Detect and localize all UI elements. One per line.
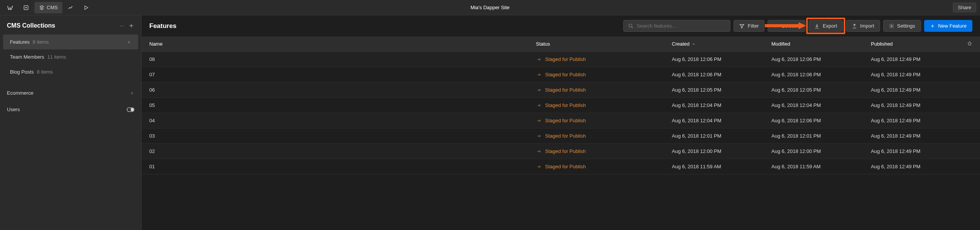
table-row[interactable]: 01Staged for PublishAug 6, 2018 11:59 AM… [142, 159, 980, 174]
cell-published: Aug 6, 2018 12:49 PM [871, 133, 972, 139]
search-input[interactable] [637, 23, 725, 29]
plus-icon [930, 23, 935, 29]
cell-created: Aug 6, 2018 12:00 PM [672, 148, 771, 154]
content-header: Features Filter Select... Export [142, 15, 980, 36]
select-button[interactable]: Select... [768, 20, 805, 32]
logo-icon[interactable] [4, 2, 18, 13]
arrow-right-icon [536, 134, 542, 138]
table-row[interactable]: 08Staged for PublishAug 6, 2018 12:06 PM… [142, 52, 980, 67]
import-icon [852, 23, 857, 29]
collection-count: 8 items [33, 39, 49, 45]
topbar-left: CMS [4, 2, 93, 13]
stack-icon [39, 5, 44, 10]
collection-count: 11 items [47, 54, 66, 60]
arrow-right-icon [536, 88, 542, 92]
cell-name: 01 [149, 164, 536, 169]
sidebar-section-users[interactable]: Users [0, 101, 141, 118]
collection-item[interactable]: Blog Posts8 items [3, 64, 138, 79]
cell-status: Staged for Publish [536, 72, 672, 77]
sort-desc-icon [692, 42, 696, 46]
sidebar-section-ecommerce[interactable]: Ecommerce [0, 85, 141, 101]
cell-modified: Aug 6, 2018 12:06 PM [771, 118, 871, 123]
cell-name: 05 [149, 102, 536, 108]
table-row[interactable]: 07Staged for PublishAug 6, 2018 12:06 PM… [142, 67, 980, 82]
collection-name: Features [10, 39, 29, 45]
collection-item[interactable]: Team Members11 items [3, 49, 138, 64]
col-created[interactable]: Created [672, 41, 771, 47]
cell-name: 08 [149, 56, 536, 62]
col-name[interactable]: Name [149, 41, 536, 47]
sidebar-header: CMS Collections ··· [0, 15, 141, 34]
add-collection-icon[interactable] [128, 23, 134, 29]
section-label: Ecommerce [7, 90, 33, 96]
cell-modified: Aug 6, 2018 11:59 AM [771, 164, 871, 169]
cell-modified: Aug 6, 2018 12:04 PM [771, 102, 871, 108]
cell-published: Aug 6, 2018 12:49 PM [871, 148, 972, 154]
sidebar-title: CMS Collections [7, 22, 55, 29]
more-icon[interactable]: ··· [119, 23, 124, 29]
cell-name: 06 [149, 87, 536, 93]
collection-name: Team Members [10, 54, 44, 60]
import-button[interactable]: Import [846, 20, 880, 32]
main: CMS Collections ··· Features8 itemsTeam … [0, 15, 980, 230]
filter-icon [739, 23, 745, 29]
cell-created: Aug 6, 2018 12:05 PM [672, 87, 771, 93]
table-row[interactable]: 02Staged for PublishAug 6, 2018 12:00 PM… [142, 144, 980, 159]
table-row[interactable]: 05Staged for PublishAug 6, 2018 12:04 PM… [142, 98, 980, 113]
content-actions: Filter Select... Export Import Se [623, 20, 972, 32]
chevron-right-icon [130, 91, 134, 95]
collection-item[interactable]: Features8 items [3, 34, 138, 49]
play-icon[interactable] [79, 2, 93, 13]
cell-created: Aug 6, 2018 12:04 PM [672, 102, 771, 108]
cell-created: Aug 6, 2018 12:06 PM [672, 56, 771, 62]
content-title: Features [149, 22, 176, 30]
section-label: Users [7, 107, 20, 112]
cms-tab[interactable]: CMS [34, 2, 62, 13]
cell-modified: Aug 6, 2018 12:06 PM [771, 72, 871, 77]
sidebar: CMS Collections ··· Features8 itemsTeam … [0, 15, 142, 230]
cell-published: Aug 6, 2018 12:49 PM [871, 102, 972, 108]
arrow-right-icon [536, 72, 542, 77]
cell-created: Aug 6, 2018 11:59 AM [672, 164, 771, 169]
collections-list: Features8 itemsTeam Members11 itemsBlog … [0, 34, 141, 79]
pin-icon[interactable] [967, 41, 972, 47]
cell-status: Staged for Publish [536, 87, 672, 93]
cell-status: Staged for Publish [536, 118, 672, 123]
table-row[interactable]: 03Staged for PublishAug 6, 2018 12:01 PM… [142, 128, 980, 144]
toggle-icon [127, 107, 134, 112]
cell-published: Aug 6, 2018 12:49 PM [871, 118, 972, 123]
filter-button[interactable]: Filter [733, 20, 764, 32]
cell-published: Aug 6, 2018 12:49 PM [871, 56, 972, 62]
table-header: Name Status Created Modified Published [142, 36, 980, 52]
settings-button[interactable]: Settings [883, 20, 921, 32]
cell-status: Staged for Publish [536, 102, 672, 108]
cms-tab-label: CMS [47, 5, 58, 10]
table-row[interactable]: 06Staged for PublishAug 6, 2018 12:05 PM… [142, 82, 980, 98]
table-row[interactable]: 04Staged for PublishAug 6, 2018 12:04 PM… [142, 113, 980, 128]
cell-created: Aug 6, 2018 12:01 PM [672, 133, 771, 139]
search-box[interactable] [623, 20, 730, 32]
cell-created: Aug 6, 2018 12:04 PM [672, 118, 771, 123]
cell-status: Staged for Publish [536, 148, 672, 154]
share-button[interactable]: Share [953, 3, 976, 12]
export-button[interactable]: Export [808, 20, 843, 32]
arrow-right-icon [536, 103, 542, 108]
arrow-right-icon [536, 164, 542, 169]
site-title: Mia's Dapper Site [470, 5, 510, 10]
cell-modified: Aug 6, 2018 12:05 PM [771, 87, 871, 93]
gear-icon [889, 23, 894, 29]
cell-created: Aug 6, 2018 12:06 PM [672, 72, 771, 77]
new-feature-button[interactable]: New Feature [924, 20, 972, 32]
export-icon [814, 23, 820, 29]
col-modified[interactable]: Modified [771, 41, 871, 47]
cell-name: 07 [149, 72, 536, 77]
col-status[interactable]: Status [536, 41, 672, 47]
cell-modified: Aug 6, 2018 12:00 PM [771, 148, 871, 154]
add-page-icon[interactable] [19, 2, 33, 13]
svg-point-3 [629, 24, 632, 27]
chevron-right-icon [127, 40, 131, 44]
col-published[interactable]: Published [871, 41, 967, 47]
cell-name: 04 [149, 118, 536, 123]
cell-modified: Aug 6, 2018 12:01 PM [771, 133, 871, 139]
analytics-icon[interactable] [64, 2, 78, 13]
